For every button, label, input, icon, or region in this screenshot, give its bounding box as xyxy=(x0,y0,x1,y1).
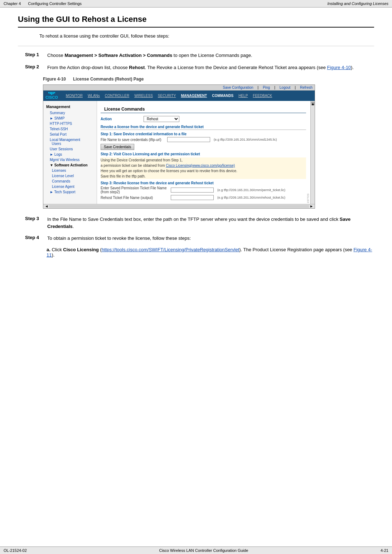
permission-label: Enter Saved Permission Ticket File Name(… xyxy=(101,186,169,194)
sidebar-item-tech-support[interactable]: ► Tech Support xyxy=(43,189,97,195)
filename-input[interactable] xyxy=(167,137,210,142)
nav-security[interactable]: SECURITY xyxy=(158,94,176,98)
sidebar-item-user-sessions[interactable]: User Sessions xyxy=(43,146,97,152)
page-footer: OL-21524-02 Cisco Wireless LAN Controlle… xyxy=(0,546,392,554)
permission-row: Enter Saved Permission Ticket File Name(… xyxy=(101,186,306,194)
nav-controller[interactable]: CONTROLLER xyxy=(105,94,129,98)
nav-wireless[interactable]: WIRELESS xyxy=(134,94,153,98)
permission-hint: (e.g tftp://209.165.201.30/cmm/permit_ti… xyxy=(217,188,285,192)
figure-4-10-link[interactable]: Figure 4-10 xyxy=(327,65,351,70)
scroll-right-arrow[interactable]: ▶ xyxy=(310,205,313,208)
action-label: Action xyxy=(101,117,144,121)
step-3-content: In the File Name to Save Credentials tex… xyxy=(47,216,374,230)
nav-help[interactable]: HELP xyxy=(238,94,248,98)
save-config-link[interactable]: Save Configuration xyxy=(223,86,253,89)
scrollbar-bottom[interactable]: ◀ ▶ xyxy=(43,204,315,208)
sub-step-a-label: a. xyxy=(47,247,50,252)
cisco-logo: CISCO xyxy=(45,92,58,99)
step2-info: Using the Device Credential generated fr… xyxy=(101,157,306,179)
logo-bar-4 xyxy=(53,92,54,94)
filename-row: File Name to save credentials (tftp-url)… xyxy=(101,137,306,142)
ss-navbar: CISCO MONITOR WLANs CONTROLLER WIRELESS … xyxy=(43,91,315,101)
logo-bar-1 xyxy=(48,92,49,93)
figure-caption: Figure 4-10 License Commands (Rehost) Pa… xyxy=(43,77,367,82)
save-credentials-button[interactable]: Save Credentials xyxy=(101,144,134,150)
logo-bar-5 xyxy=(54,92,55,93)
step-2: Step 2 From the Action drop-down list, c… xyxy=(25,64,374,71)
figure-container: Figure 4-10 License Commands (Rehost) Pa… xyxy=(43,77,367,209)
logo-bar-2 xyxy=(50,92,51,94)
ss-step1-title: Step 1: Save Device credential informati… xyxy=(101,132,306,136)
sidebar-item-summary[interactable]: Summary xyxy=(43,110,97,116)
permission-input[interactable] xyxy=(171,188,214,193)
sidebar-item-snmp[interactable]: ► SNMP xyxy=(43,116,97,121)
figure-label: Figure 4-10 License Commands (Rehost) Pa… xyxy=(43,77,144,82)
cisco-licensing-bold: Cisco Licensing xyxy=(63,247,99,252)
chapter-label: Chapter 4 xyxy=(4,1,21,6)
nav-commands[interactable]: COMMANDS xyxy=(212,94,233,98)
step-4: Step 4 To obtain a permission ticket to … xyxy=(25,235,374,242)
main-content: Using the GUI to Rehost a License To reh… xyxy=(0,8,392,283)
nav-monitor[interactable]: MONITOR xyxy=(66,94,83,98)
sidebar-item-licenses[interactable]: Licenses xyxy=(43,168,97,173)
scroll-up-arrow[interactable]: ▲ xyxy=(311,102,315,105)
right-section: Installing and Configuring Licenses xyxy=(327,1,388,6)
step-4-label: Step 4 xyxy=(25,235,43,242)
sidebar-title: Management xyxy=(43,103,97,110)
sidebar-item-telnet[interactable]: Telnet-SSH xyxy=(43,126,97,132)
sidebar-item-software-activation[interactable]: ▼ Software Activation xyxy=(43,162,97,168)
refresh-link[interactable]: Refresh xyxy=(300,86,313,89)
sub-step-a-text: Click Cisco Licensing (https://tools.cis… xyxy=(47,247,372,258)
sidebar-item-mgmt-wireless[interactable]: Mgmt Via Wireless xyxy=(43,157,97,162)
header-right: Installing and Configuring Licenses xyxy=(327,1,388,6)
ss-topbar: Save Configuration | Ping | Logout | Ref… xyxy=(43,85,315,91)
rehost-label: Rehost Ticket File Name (output) xyxy=(101,196,169,200)
nav-management[interactable]: MANAGEMENT xyxy=(181,94,207,98)
step-3-label: Step 3 xyxy=(25,216,43,230)
logo-bar-3 xyxy=(51,92,52,95)
screenshot: Save Configuration | Ping | Logout | Ref… xyxy=(43,84,315,209)
sidebar-item-serial[interactable]: Serial Port xyxy=(43,132,97,137)
action-select[interactable]: Rehost xyxy=(144,116,179,122)
topbar-separator2: | xyxy=(274,86,275,89)
divider xyxy=(18,46,374,46)
page-header: Chapter 4 Configuring Controller Setting… xyxy=(0,0,392,8)
filename-label: File Name to save credentials (tftp-url) xyxy=(101,138,165,142)
footer-left: OL-21524-02 xyxy=(4,548,27,553)
intro-text: To rehost a license using the controller… xyxy=(39,33,374,39)
step-1-content: Choose Management > Software Activation … xyxy=(47,52,374,59)
topbar-separator: | xyxy=(258,86,259,89)
sub-step-a: a. Click Cisco Licensing (https://tools.… xyxy=(47,247,374,258)
step-1-label: Step 1 xyxy=(25,52,43,59)
header-left: Chapter 4 Configuring Controller Setting… xyxy=(4,1,82,6)
sidebar-item-local-mgmt[interactable]: Local Management Users xyxy=(43,137,97,146)
scroll-left-arrow[interactable]: ◀ xyxy=(45,205,48,208)
scrollbar-right[interactable]: ▲ xyxy=(310,101,315,204)
topbar-separator3: | xyxy=(295,86,296,89)
logout-link[interactable]: Logout xyxy=(280,86,291,89)
cisco-licensing-link[interactable]: https://tools.cisco.com/SWIFT/Licensing/… xyxy=(102,247,239,252)
action-row: Action Rehost xyxy=(101,116,306,122)
section-title: Using the GUI to Rehost a License xyxy=(18,15,374,28)
filename-hint: (e.g tftp://209.165.201.30/cmm/cred1345.… xyxy=(214,138,277,141)
cisco-licensing-link-inner[interactable]: Cisco Licensing(www.cisco.com/go/license… xyxy=(166,164,235,167)
step-3: Step 3 In the File Name to Save Credenti… xyxy=(25,216,374,230)
ss-sidebar: Management Summary ► SNMP HTTP-HTTPS Tel… xyxy=(43,101,97,204)
ss-main-panel: License Commands Action Rehost Revoke a … xyxy=(97,101,315,204)
nav-wlans[interactable]: WLANs xyxy=(88,94,100,98)
save-credentials-container: Save Credentials xyxy=(101,143,306,150)
nav-feedback[interactable]: FEEDBACK xyxy=(253,94,272,98)
step-2-label: Step 2 xyxy=(25,64,43,71)
sidebar-item-http[interactable]: HTTP-HTTPS xyxy=(43,121,97,126)
ss-page-title: License Commands xyxy=(101,104,306,113)
sidebar-item-logs[interactable]: ► Logs xyxy=(43,152,97,157)
sidebar-item-license-agent[interactable]: License Agent xyxy=(43,184,97,189)
cisco-text: CISCO xyxy=(45,95,58,99)
logo-bars xyxy=(48,92,55,95)
sidebar-item-commands[interactable]: Commands xyxy=(43,179,97,184)
sidebar-item-license-level[interactable]: License Level xyxy=(43,173,97,179)
ss-main-inner: License Commands Action Rehost Revoke a … xyxy=(101,104,311,200)
ping-link[interactable]: Ping xyxy=(263,86,270,89)
rehost-input[interactable] xyxy=(171,195,214,200)
rehost-row: Rehost Ticket File Name (output) (e.g tf… xyxy=(101,195,306,200)
